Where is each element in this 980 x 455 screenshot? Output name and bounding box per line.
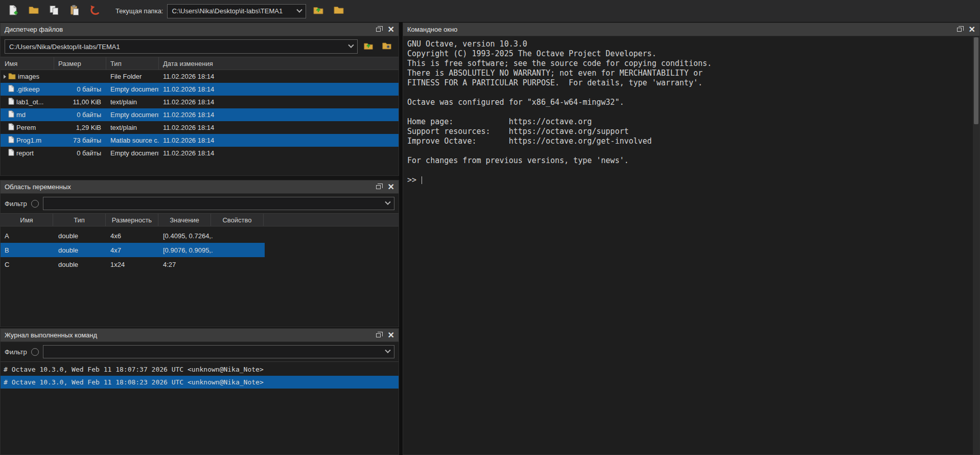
variable-dims: 4x6 xyxy=(106,232,159,240)
vertical-scrollbar[interactable] xyxy=(973,37,979,454)
chevron-down-icon xyxy=(297,7,302,12)
column-header-size[interactable]: Размер xyxy=(54,57,106,70)
file-row[interactable]: Perem 1,29 KiB text/plain 11.02.2026 18:… xyxy=(1,121,399,134)
file-browser-header[interactable]: Имя Размер Тип Дата изменения xyxy=(1,57,399,70)
folder-up-icon xyxy=(313,5,324,17)
history-filter-checkbox[interactable] xyxy=(31,348,39,356)
command-window-line: Octave was configured for "x86_64-w64-mi… xyxy=(407,98,971,107)
folder-up-button[interactable] xyxy=(310,3,326,19)
file-row[interactable]: images File Folder 11.02.2026 18:14 xyxy=(1,70,399,83)
copy-button[interactable] xyxy=(46,3,62,19)
file-type: Empty document xyxy=(106,149,159,157)
history-entry[interactable]: # Octave 10.3.0, Wed Feb 11 18:07:37 202… xyxy=(1,363,399,376)
command-window-line: This is free software; see the source co… xyxy=(407,59,971,69)
column-header-value[interactable]: Значение xyxy=(158,214,211,226)
file-row[interactable]: .gitkeep 0 байты Empty document 11.02.20… xyxy=(1,83,399,96)
file-name: md xyxy=(16,111,26,119)
main-toolbar: Текущая папка: C:\Users\Nika\Desktop\it-… xyxy=(0,0,980,22)
file-browser-titlebar: Диспетчер файлов ✕ xyxy=(1,23,399,36)
browse-folder-button[interactable] xyxy=(331,3,347,19)
undock-icon[interactable] xyxy=(376,185,381,189)
file-row[interactable]: lab1_ot... 11,00 KiB text/plain 11.02.20… xyxy=(1,96,399,108)
variable-type: double xyxy=(54,232,106,240)
new-script-button[interactable] xyxy=(5,3,21,19)
variable-value: 4:27 xyxy=(159,261,213,268)
command-history-title: Журнал выполненных команд xyxy=(5,331,97,339)
file-type: text/plain xyxy=(106,98,159,106)
text-cursor xyxy=(422,176,422,184)
workspace-filter-checkbox[interactable] xyxy=(31,200,39,208)
fb-directory-up-button[interactable] xyxy=(361,40,376,53)
file-row[interactable]: md 0 байты Empty document 11.02.2026 18:… xyxy=(1,108,399,121)
column-header-name[interactable]: Имя xyxy=(1,57,54,70)
workspace-filter-row: Фильтр xyxy=(1,194,399,213)
file-row[interactable]: Prog1.m 73 байты Matlab source c... 11.0… xyxy=(1,134,399,147)
command-window-titlebar: Командное окно ✕ xyxy=(403,23,979,36)
column-header-type[interactable]: Тип xyxy=(106,57,159,70)
current-folder-label: Текущая папка: xyxy=(115,7,163,15)
command-window-line: FITNESS FOR A PARTICULAR PURPOSE. For de… xyxy=(407,78,971,88)
file-name: Perem xyxy=(16,124,36,131)
workspace-header[interactable]: Имя Тип Размерность Значение Свойство xyxy=(1,213,399,226)
file-type: Matlab source c... xyxy=(106,136,159,144)
undock-icon[interactable] xyxy=(376,333,381,337)
file-size: 1,29 KiB xyxy=(54,124,106,131)
column-header-attr[interactable]: Свойство xyxy=(211,214,264,226)
current-folder-combobox[interactable]: C:\Users\Nika\Desktop\it-labs\TEMA1 xyxy=(167,4,306,18)
workspace-rows: A double 4x6 [0.4095, 0.7264,... B doubl… xyxy=(1,226,399,327)
file-size: 11,00 KiB xyxy=(54,98,106,106)
close-icon[interactable]: ✕ xyxy=(388,183,394,191)
expand-arrow-icon[interactable] xyxy=(4,75,6,79)
file-row[interactable]: report 0 байты Empty document 11.02.2026… xyxy=(1,147,399,160)
workspace-panel: Область переменных ✕ Фильтр Имя xyxy=(0,180,399,327)
variable-type: double xyxy=(54,246,106,254)
column-header-type[interactable]: Тип xyxy=(53,214,106,226)
file-size: 0 байты xyxy=(54,111,106,119)
dock-splitter[interactable] xyxy=(399,22,403,455)
file-browser-path-combobox[interactable]: C:/Users/Nika/Desktop/it-labs/TEMA1 xyxy=(5,39,358,54)
command-history-titlebar: Журнал выполненных команд ✕ xyxy=(1,329,399,342)
open-file-button[interactable] xyxy=(26,3,42,19)
document-icon xyxy=(8,85,14,94)
workspace-filter-combobox[interactable] xyxy=(43,197,394,210)
folder-icon xyxy=(333,5,344,17)
scrollbar-thumb[interactable] xyxy=(974,37,978,124)
undock-icon[interactable] xyxy=(376,28,381,32)
undo-button[interactable] xyxy=(87,3,103,19)
variable-dims: 4x7 xyxy=(106,246,159,254)
current-folder-path: C:\Users\Nika\Desktop\it-labs\TEMA1 xyxy=(172,7,283,15)
history-filter-combobox[interactable] xyxy=(43,345,394,358)
column-header-date[interactable]: Дата изменения xyxy=(159,57,399,70)
close-icon[interactable]: ✕ xyxy=(969,26,975,34)
history-entry[interactable]: # Octave 10.3.0, Wed Feb 11 18:08:23 202… xyxy=(1,376,399,389)
fb-folder-actions-button[interactable] xyxy=(379,40,394,53)
folder-up-icon xyxy=(363,41,374,53)
variable-row[interactable]: A double 4x6 [0.4095, 0.7264,... xyxy=(1,229,265,243)
undock-icon[interactable] xyxy=(957,28,962,32)
workspace-filter-label: Фильтр xyxy=(5,200,27,208)
variable-row[interactable]: C double 1x24 4:27 xyxy=(1,257,265,271)
workspace-titlebar: Область переменных ✕ xyxy=(1,180,399,194)
document-icon xyxy=(8,110,14,119)
workspace-title: Область переменных xyxy=(5,183,71,191)
file-date: 11.02.2026 18:14 xyxy=(159,149,399,157)
command-window-line: Copyright (C) 1993-2025 The Octave Proje… xyxy=(407,49,971,59)
file-name: images xyxy=(18,73,39,80)
paste-button[interactable] xyxy=(66,3,83,19)
file-size: 73 байты xyxy=(54,136,106,144)
variable-row[interactable]: B double 4x7 [0.9076, 0.9095,... xyxy=(1,243,265,257)
close-icon[interactable]: ✕ xyxy=(388,26,394,34)
file-date: 11.02.2026 18:14 xyxy=(159,124,399,131)
close-icon[interactable]: ✕ xyxy=(388,331,394,339)
command-window-line xyxy=(407,166,971,175)
folder-icon xyxy=(8,73,16,81)
main-area: Диспетчер файлов ✕ C:/Users/Nika/Desktop… xyxy=(0,22,980,455)
file-browser-title: Диспетчер файлов xyxy=(5,26,63,33)
command-window-line: For changes from previous versions, type… xyxy=(407,156,971,166)
command-window-line xyxy=(407,107,971,117)
column-header-dims[interactable]: Размерность xyxy=(106,214,158,226)
command-prompt-line[interactable]: >> xyxy=(407,175,971,185)
column-header-name[interactable]: Имя xyxy=(1,214,53,226)
command-window-output[interactable]: GNU Octave, version 10.3.0Copyright (C) … xyxy=(403,36,979,454)
variable-dims: 1x24 xyxy=(106,261,159,268)
